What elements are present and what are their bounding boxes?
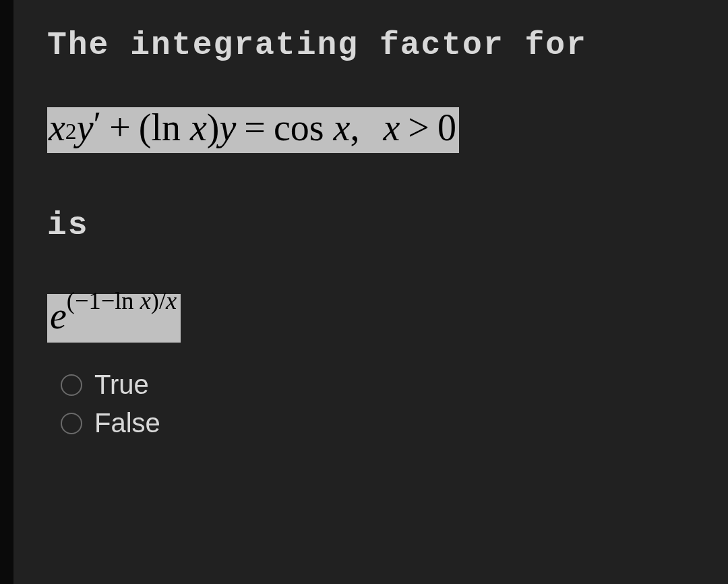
eq-rparen: ) [207, 109, 220, 146]
answer-options: True False [47, 370, 701, 438]
radio-icon[interactable] [61, 413, 82, 434]
eq-y2: y [219, 109, 236, 146]
eq-lparen: ( [139, 109, 152, 146]
eq-gt: > [408, 109, 429, 146]
eq-x1: x [49, 109, 65, 146]
eq-ln: ln [151, 109, 181, 146]
eq-cos: cos [274, 109, 324, 146]
radio-icon[interactable] [61, 374, 82, 396]
eq-comma: , [350, 109, 359, 146]
question-is: is [47, 207, 701, 243]
question-content: The integrating factor for x2y′ + (ln x)… [13, 0, 728, 584]
ans-exp-tail: )/ [151, 287, 166, 314]
proposed-answer: e(−1−ln x)/x [47, 294, 181, 343]
eq-x2: x [190, 109, 207, 146]
ans-exp-x2: x [166, 287, 177, 314]
option-false[interactable]: False [61, 408, 701, 438]
eq-x4: x [383, 109, 400, 146]
eq-equals: = [244, 109, 266, 146]
eq-plus: + [109, 109, 131, 146]
eq-prime: ′ [94, 107, 102, 142]
left-border [0, 0, 13, 584]
option-label-false: False [94, 408, 160, 438]
eq-zero: 0 [437, 109, 456, 146]
ans-exp-x1: x [140, 287, 151, 314]
eq-y1: y [77, 109, 94, 146]
ans-exp-part1: (−1−ln [67, 287, 140, 314]
differential-equation: x2y′ + (ln x)y = cos x, x > 0 [47, 107, 459, 153]
option-true[interactable]: True [61, 370, 701, 400]
eq-exp2: 2 [65, 120, 77, 143]
question-intro: The integrating factor for [47, 27, 701, 63]
ans-e: e [50, 295, 67, 337]
option-label-true: True [94, 370, 149, 400]
eq-x3: x [334, 109, 351, 146]
